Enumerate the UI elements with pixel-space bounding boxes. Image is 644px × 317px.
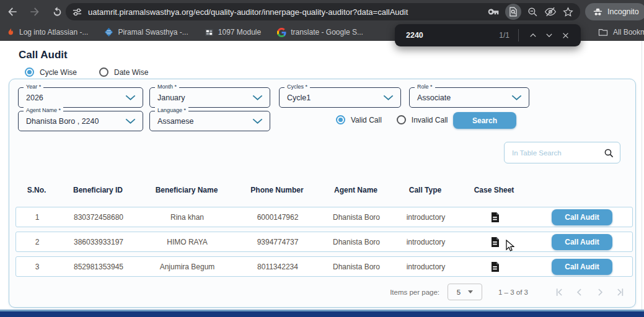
chevron-down-icon [125, 118, 136, 124]
module-grid-icon [205, 28, 214, 37]
search-icon[interactable] [604, 148, 614, 158]
col-header-beneficiary-name: Beneficiary Name [138, 186, 235, 194]
radio-selected-icon [336, 115, 345, 124]
language-select[interactable]: Language * Assamese [149, 111, 270, 131]
table-search-box [504, 142, 620, 163]
col-header-beneficiary-id: Beneficiary ID [58, 186, 138, 194]
find-close-icon[interactable] [557, 27, 573, 43]
agent-name-select[interactable]: Agent Name * Dhanista Boro , 2240 [18, 111, 143, 131]
bookmark-1097-module[interactable]: 1097 Module [205, 28, 261, 37]
date-wise-radio[interactable]: Date Wise [99, 67, 148, 77]
url-text[interactable]: uatamrit.piramalswasthya.org/ecd/quality… [88, 7, 482, 17]
items-per-page-select[interactable]: 5 [448, 284, 482, 300]
bookmark-piramal[interactable]: Piramal Swasthya -... [104, 27, 188, 37]
month-select[interactable]: Month * January [149, 87, 270, 108]
google-g-icon [277, 28, 286, 37]
col-header-phone-number: Phone Number [235, 186, 319, 194]
bookmark-star-icon[interactable] [562, 6, 574, 18]
table-row: 1 830372458680 Rina khan 6000147962 Dhan… [15, 207, 633, 227]
call-validity-radio-group: Valid Call Invalid Call [336, 115, 448, 124]
case-sheet-icon[interactable] [459, 212, 531, 222]
last-page-icon[interactable] [613, 285, 628, 300]
flame-icon [6, 27, 15, 37]
find-match-count: 1/1 [499, 31, 509, 40]
incognito-badge: Incognito [585, 3, 644, 20]
previous-page-icon[interactable] [572, 285, 587, 300]
table-body: 1 830372458680 Rina khan 6000147962 Dhan… [15, 207, 633, 277]
chevron-down-icon [511, 95, 522, 100]
next-page-icon[interactable] [593, 285, 607, 300]
find-query[interactable]: 2240 [406, 31, 423, 40]
find-in-page-icon[interactable] [505, 4, 521, 20]
chevron-down-icon [125, 95, 136, 100]
role-select[interactable]: Role * Associate [409, 87, 529, 108]
first-page-icon[interactable] [552, 285, 567, 300]
eye-hidden-icon[interactable] [544, 6, 557, 18]
page-range-label: 1 – 3 of 3 [498, 289, 528, 296]
cycles-select[interactable]: Cycles * Cycle1 [279, 87, 401, 108]
url-bar[interactable]: uatamrit.piramalswasthya.org/ecd/quality… [66, 3, 580, 20]
col-header-case-sheet: Case Sheet [458, 186, 530, 194]
find-next-icon[interactable] [541, 27, 557, 43]
incognito-icon [593, 7, 603, 17]
zoom-out-icon[interactable] [527, 6, 539, 18]
divider [518, 29, 519, 41]
items-per-page-label: Items per page: [390, 289, 439, 296]
chevron-down-icon [252, 118, 263, 124]
cycle-wise-radio[interactable]: Cycle Wise [25, 67, 77, 77]
find-in-page-bar: 2240 1/1 [395, 24, 581, 46]
radio-selected-icon [25, 67, 34, 77]
find-previous-icon[interactable] [525, 27, 541, 43]
mode-radio-group: Cycle Wise Date Wise [25, 67, 148, 77]
scrollbar[interactable] [642, 41, 642, 310]
table-row: 3 852981353945 Anjumira Begum 8011342234… [15, 256, 633, 277]
page-title: Call Audit [19, 49, 68, 61]
browser-toolbar: uatamrit.piramalswasthya.org/ecd/quality… [0, 0, 644, 24]
call-audit-button[interactable]: Call Audit [552, 209, 612, 225]
year-select[interactable]: Year * 2026 [18, 87, 143, 108]
chevron-down-icon [252, 95, 263, 100]
radio-unselected-icon [99, 67, 108, 77]
folder-icon [598, 28, 608, 37]
case-sheet-icon[interactable] [459, 262, 531, 272]
back-icon[interactable] [5, 4, 20, 19]
incognito-label: Incognito [607, 7, 639, 16]
table-search-input[interactable] [512, 149, 604, 157]
bottom-status-bar [0, 311, 644, 317]
tune-icon[interactable] [72, 7, 82, 17]
valid-call-radio[interactable]: Valid Call [336, 115, 382, 124]
caret-down-icon [468, 290, 473, 293]
case-sheet-icon[interactable] [459, 237, 531, 247]
col-header-call-type: Call Type [392, 186, 458, 194]
pagination: Items per page: 5 1 – 3 of 3 [390, 284, 628, 300]
call-audit-button[interactable]: Call Audit [552, 234, 612, 250]
col-header-agent-name: Agent Name [319, 186, 392, 194]
table-header-row: S.No. Beneficiary ID Beneficiary Name Ph… [15, 186, 633, 194]
key-icon[interactable] [487, 6, 500, 18]
diamond-icon [104, 27, 113, 37]
chevron-down-icon [383, 95, 394, 100]
radio-unselected-icon [397, 115, 406, 124]
call-audit-button[interactable]: Call Audit [552, 259, 612, 275]
all-bookmarks[interactable]: All Bookmarks [587, 24, 644, 41]
invalid-call-radio[interactable]: Invalid Call [397, 115, 448, 124]
search-button[interactable]: Search [453, 112, 516, 129]
filter-panel: Year * 2026 Month * January Cycles * Cyc… [9, 79, 636, 308]
mouse-cursor-icon [506, 240, 514, 255]
table-row: 2 386033933197 HIMO RAYA 9394774737 Dhan… [15, 232, 633, 252]
bookmark-atlassian[interactable]: Log into Atlassian -... [6, 27, 88, 37]
refresh-icon[interactable] [50, 4, 64, 19]
col-header-sno: S.No. [15, 186, 58, 194]
forward-icon[interactable] [27, 4, 42, 19]
bookmark-google-translate[interactable]: translate - Google S... [277, 28, 363, 37]
